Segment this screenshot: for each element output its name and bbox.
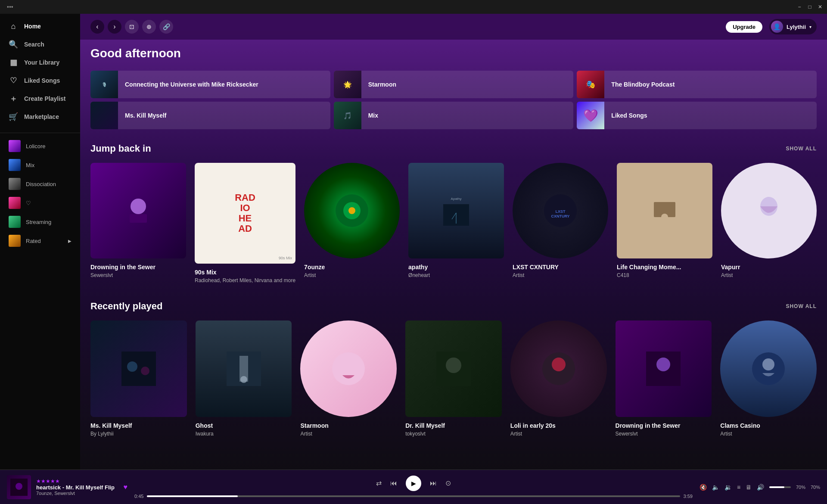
play-pause-button[interactable]: ▶ bbox=[406, 476, 421, 491]
quick-card-blindboy[interactable]: 🎭 The Blindboy Podcast bbox=[577, 71, 817, 98]
card-life[interactable]: Life Changing Mome... C418 bbox=[617, 163, 712, 283]
card-drkill[interactable]: Dr. Kill Myself tokyoslvt bbox=[405, 320, 502, 437]
mskill-thumb bbox=[90, 320, 187, 417]
apathy-subtitle: Øneheart bbox=[408, 272, 504, 278]
minimize-button[interactable]: − bbox=[796, 3, 803, 10]
7ounze-title: 7ounze bbox=[304, 264, 400, 271]
blindboy-label: The Blindboy Podcast bbox=[604, 81, 681, 88]
back-button[interactable]: ‹ bbox=[90, 20, 104, 34]
recent-show-all[interactable]: SHOW ALL bbox=[786, 303, 817, 309]
vapurr-subtitle: Artist bbox=[721, 272, 817, 278]
card-apathy[interactable]: Apathy apathy Øneheart bbox=[408, 163, 504, 283]
loli-thumb bbox=[510, 320, 607, 417]
queue-icon[interactable]: ≡ bbox=[737, 484, 740, 491]
recently-played-header: Recently played SHOW ALL bbox=[90, 301, 817, 312]
card-loli[interactable]: Loli in early 20s Artist bbox=[510, 320, 607, 437]
sidebar-item-liked-songs[interactable]: ♡ Liked Songs bbox=[0, 72, 80, 90]
card-ghost[interactable]: Ghost Iwakura bbox=[196, 320, 292, 437]
starmoon-subtitle: Artist bbox=[300, 431, 397, 437]
rated-thumb bbox=[9, 235, 21, 247]
progress-bar-container: 0:45 3:59 bbox=[134, 494, 693, 499]
card-clams[interactable]: Clams Casino Artist bbox=[720, 320, 817, 437]
sidebar-item-lolicore[interactable]: Lolicore bbox=[0, 137, 80, 156]
volume-percent-left: 70% bbox=[796, 485, 805, 490]
now-playing-button[interactable]: ⊡ bbox=[125, 20, 139, 34]
svg-point-27 bbox=[656, 358, 670, 371]
card-lxst[interactable]: LXSTCXNTURY LXST CXNTURY Artist bbox=[513, 163, 608, 283]
quick-card-mskill[interactable]: Ms. Kill Myself bbox=[90, 102, 330, 129]
lyrics-button[interactable]: ⊙ bbox=[445, 479, 451, 487]
card-starmoon[interactable]: Starmoon Artist bbox=[300, 320, 397, 437]
sidebar-item-streaming[interactable]: Streaming bbox=[0, 212, 80, 231]
player-thumb bbox=[7, 475, 31, 499]
volume-percent-right: 70% bbox=[811, 485, 820, 490]
maximize-button[interactable]: □ bbox=[806, 3, 813, 10]
link-button[interactable]: 🔗 bbox=[159, 20, 173, 34]
svg-point-29 bbox=[762, 358, 774, 370]
progress-track[interactable] bbox=[147, 495, 680, 497]
quick-card-mix[interactable]: 🎵 Mix bbox=[334, 102, 574, 129]
volume-icon-1[interactable]: 🔇 bbox=[700, 484, 707, 491]
upgrade-button[interactable]: Upgrade bbox=[726, 21, 762, 33]
volume-icon-3[interactable]: 🔉 bbox=[724, 484, 732, 491]
main-content: ‹ › ⊡ ⊕ 🔗 Upgrade 👤 Lylythii ▾ Good afte… bbox=[80, 14, 827, 504]
chevron-down-icon: ▾ bbox=[809, 25, 811, 29]
quick-card-connecting[interactable]: 🎙️ Connecting the Universe with Mike Ric… bbox=[90, 71, 330, 98]
sidebar-item-search[interactable]: 🔍 Search bbox=[0, 35, 80, 53]
life-subtitle: C418 bbox=[617, 272, 712, 278]
sidebar-item-marketplace[interactable]: 🛒 Marketplace bbox=[0, 108, 80, 126]
card-drown2[interactable]: Drowning in the Sewer Sewerslvt bbox=[616, 320, 712, 437]
sidebar-item-library[interactable]: ▦ Your Library bbox=[0, 53, 80, 72]
plus-icon: ＋ bbox=[9, 94, 18, 103]
clams-thumb bbox=[720, 320, 817, 417]
quick-card-liked[interactable]: 💜 Liked Songs bbox=[577, 102, 817, 129]
card-90s[interactable]: RADIOHEAD 90s Mix 90s Mix Radiohead, Rob… bbox=[195, 163, 295, 283]
volume-icon-main[interactable]: 🔊 bbox=[757, 484, 764, 491]
volume-icon-2[interactable]: 🔈 bbox=[712, 484, 719, 491]
user-menu[interactable]: 👤 Lylythii ▾ bbox=[769, 19, 817, 34]
current-time: 0:45 bbox=[134, 494, 143, 499]
page-title: Good afternoon bbox=[90, 47, 817, 60]
jump-back-show-all[interactable]: SHOW ALL bbox=[786, 146, 817, 152]
forward-button[interactable]: › bbox=[108, 20, 121, 34]
device-icon[interactable]: 🖥 bbox=[746, 484, 752, 491]
browse-button[interactable]: ⊕ bbox=[142, 20, 156, 34]
sidebar-item-mix[interactable]: Mix bbox=[0, 156, 80, 174]
user-name: Lylythii bbox=[787, 24, 806, 30]
life-thumb bbox=[617, 163, 712, 258]
heart-icon: ♡ bbox=[9, 76, 18, 85]
player-track: ★★★★★ heartsick - Mr. Kill Myself Flip 7… bbox=[7, 475, 127, 499]
diss-thumb bbox=[9, 178, 21, 190]
sidebar-item-dissociation[interactable]: Dissociation bbox=[0, 174, 80, 193]
sidebar-item-home[interactable]: ⌂ Home bbox=[0, 17, 80, 35]
sidebar-item-create-playlist[interactable]: ＋ Create Playlist bbox=[0, 90, 80, 108]
svg-point-0 bbox=[131, 199, 146, 214]
stream-thumb bbox=[9, 216, 21, 228]
lxst-title: LXST CXNTURY bbox=[513, 264, 608, 271]
nav-left: ‹ › ⊡ ⊕ 🔗 bbox=[90, 20, 173, 34]
starmoon-thumb bbox=[300, 320, 397, 417]
recently-played-title: Recently played bbox=[90, 301, 163, 312]
close-button[interactable]: ✕ bbox=[817, 3, 824, 10]
library-icon: ▦ bbox=[9, 58, 18, 67]
volume-slider[interactable] bbox=[769, 486, 791, 488]
quick-card-starmoon[interactable]: 🌟 Starmoon bbox=[334, 71, 574, 98]
card-drown[interactable]: Drowning in the Sewer Sewerslvt bbox=[90, 163, 186, 283]
volume-fill bbox=[769, 486, 784, 488]
card-vapurr[interactable]: Vapurr Artist bbox=[721, 163, 817, 283]
chevron-right-icon: ▶ bbox=[68, 239, 72, 243]
player-track-title: heartsick - Mr. Kill Myself Flip bbox=[36, 484, 118, 491]
player-track-info: ★★★★★ heartsick - Mr. Kill Myself Flip 7… bbox=[36, 478, 118, 496]
svg-rect-14 bbox=[121, 352, 156, 386]
player-heart-button[interactable]: ♥ bbox=[124, 483, 128, 491]
next-button[interactable]: ⏭ bbox=[430, 479, 437, 487]
starmoon-q-label: Starmoon bbox=[361, 81, 403, 88]
shuffle-button[interactable]: ⇄ bbox=[376, 479, 382, 487]
starmoon-q-thumb: 🌟 bbox=[334, 71, 361, 98]
sidebar-item-heart[interactable]: ♡ bbox=[0, 193, 80, 212]
sidebar-item-rated[interactable]: Rated ▶ bbox=[0, 231, 80, 250]
mskill-q-thumb bbox=[90, 102, 118, 129]
card-mskill[interactable]: Ms. Kill Myself By Lylythii bbox=[90, 320, 187, 437]
card-7ounze[interactable]: 7ounze Artist bbox=[304, 163, 400, 283]
prev-button[interactable]: ⏮ bbox=[390, 479, 397, 487]
